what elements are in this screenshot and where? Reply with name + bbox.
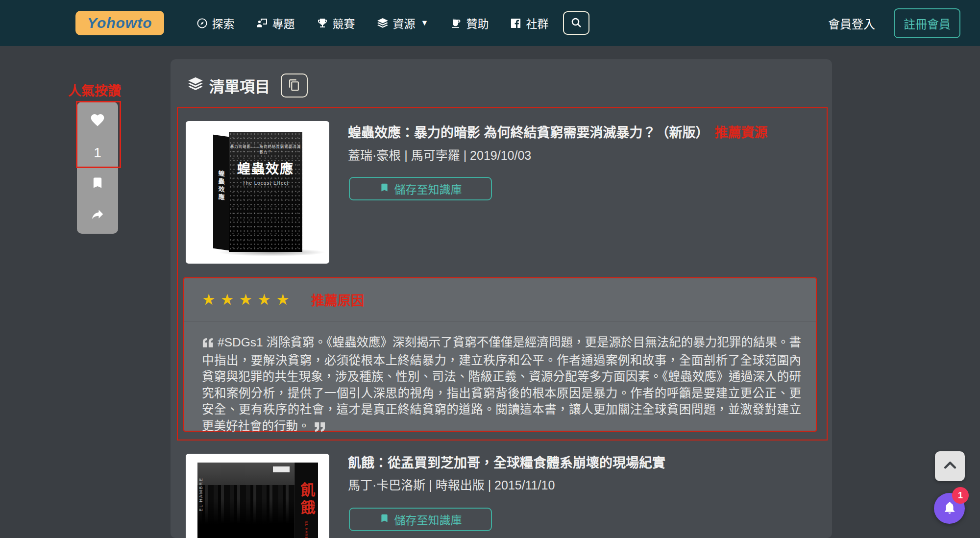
- register-button[interactable]: 註冊會員: [894, 8, 960, 38]
- compass-icon: [196, 18, 208, 29]
- item-meta: 蓋瑞·豪根 | 馬可孛羅 | 2019/10/03: [348, 146, 531, 163]
- save-to-knowledge-button[interactable]: 儲存至知識庫: [349, 508, 492, 531]
- item-meta: 馬丁·卡巴洛斯 | 時報出版 | 2015/11/10: [348, 475, 555, 493]
- item-title: 蝗蟲效應：暴力的暗影 為何終結貧窮需要消滅暴力？（新版）推薦資源: [348, 122, 768, 141]
- navbar-right: 會員登入 註冊會員: [828, 8, 960, 38]
- layers-icon: [377, 17, 389, 29]
- popular-likes-heading: 人氣按讚: [68, 80, 121, 99]
- facebook-icon: [510, 18, 521, 29]
- nav-item-label: 社群: [526, 15, 548, 31]
- nav-item-label: 資源: [393, 15, 416, 31]
- nav-item-label: 競賽: [333, 15, 355, 31]
- bookmark-button[interactable]: [77, 176, 118, 192]
- notification-badge: 1: [952, 487, 969, 504]
- person-board-icon: [256, 17, 268, 29]
- nav-item-explore[interactable]: 探索: [196, 15, 235, 31]
- nav-item-community[interactable]: 社群: [510, 15, 548, 31]
- nav-item-label: 探索: [212, 15, 235, 31]
- logo[interactable]: Yohowto: [75, 11, 164, 35]
- notification-button[interactable]: 1: [934, 493, 965, 524]
- cover-title: 蝗蟲效應: [229, 158, 302, 177]
- book-cover-art: 蝗蟲效應 暴力的暗影——為何終結貧窮需要消滅暴力？ 蝗蟲效應 The Locus…: [213, 132, 302, 253]
- cover-subtitle: The Locust Effect: [229, 180, 302, 186]
- scroll-to-top-button[interactable]: [935, 451, 965, 481]
- social-widget: 1: [77, 102, 118, 234]
- login-link[interactable]: 會員登入: [828, 15, 875, 32]
- cover-tagline: 暴力的暗影——為何終結貧窮需要消滅暴力？: [229, 144, 302, 154]
- search-button[interactable]: [563, 11, 589, 35]
- bell-icon: [942, 500, 957, 516]
- cover-title: 飢餓: [296, 482, 318, 517]
- nav-item-label: 專題: [272, 15, 295, 31]
- nav-item-topics[interactable]: 專題: [256, 15, 295, 31]
- chevron-up-icon: [942, 457, 958, 475]
- copy-icon: [288, 79, 300, 93]
- nav-item-label: 贊助: [466, 15, 489, 31]
- cover-edge-text: EL HAMBRE: [198, 477, 203, 512]
- navbar: Yohowto 探索 專題 競賽 資源 ▼: [0, 0, 980, 46]
- search-icon: [570, 17, 582, 30]
- nav-menu: 探索 專題 競賽 資源 ▼ 贊助: [196, 15, 549, 31]
- city-skyline-art: [197, 485, 294, 538]
- panel-title-text: 清單項目: [209, 74, 270, 97]
- trophy-icon: [317, 17, 328, 29]
- nav-item-resources[interactable]: 資源 ▼: [377, 15, 429, 31]
- recommended-badge: 推薦資源: [715, 125, 768, 140]
- recommendation-card: ★★★★★ 推薦原因 #SDGs1 消除貧窮。《蝗蟲效應》深刻揭示了貧窮不僅僅是…: [183, 277, 817, 432]
- panel-header: 清單項目: [188, 73, 308, 98]
- bookmark-icon: [91, 176, 104, 192]
- save-to-knowledge-button[interactable]: 儲存至知識庫: [349, 177, 492, 200]
- coffee-icon: [450, 17, 462, 29]
- cover-subtitle: EL HAMBRE: [305, 521, 308, 538]
- like-count: 1: [94, 145, 101, 161]
- like-button[interactable]: [77, 112, 118, 130]
- quote-close-icon: [314, 419, 326, 436]
- heart-icon: [90, 112, 105, 130]
- share-button[interactable]: [77, 207, 118, 223]
- item-title: 飢餓：從孟買到芝加哥，全球糧食體系崩壞的現場紀實: [348, 452, 665, 471]
- book-cover[interactable]: EL HAMBRE 從孟買到芝加哥，全球糧食體系崩壞的現場紀實 飢餓 EL HA…: [186, 454, 329, 538]
- copy-list-button[interactable]: [281, 73, 308, 98]
- layers-icon: [188, 76, 203, 96]
- book-cover[interactable]: 蝗蟲效應 暴力的暗影——為何終結貧窮需要消滅暴力？ 蝗蟲效應 The Locus…: [186, 121, 329, 264]
- book-cover-art: EL HAMBRE 從孟買到芝加哥，全球糧食體系崩壞的現場紀實 飢餓 EL HA…: [197, 463, 318, 538]
- nav-item-contests[interactable]: 競賽: [317, 15, 355, 31]
- recommendation-heading: 推薦原因: [311, 290, 364, 309]
- bookmark-icon: [379, 513, 390, 526]
- panel-title: 清單項目: [188, 74, 270, 97]
- star-rating: ★★★★★: [202, 292, 294, 307]
- nav-item-sponsor[interactable]: 贊助: [450, 15, 489, 31]
- cover-spine-title: 蝗蟲效應: [217, 170, 226, 250]
- recommendation-quote: #SDGs1 消除貧窮。《蝗蟲效應》深刻揭示了貧窮不僅僅是經濟問題，更是源於目無…: [184, 321, 816, 436]
- recommendation-header: ★★★★★ 推薦原因: [184, 278, 816, 321]
- quote-open-icon: [202, 336, 214, 352]
- bookmark-icon: [379, 182, 390, 196]
- share-icon: [90, 207, 105, 223]
- chevron-down-icon: ▼: [421, 19, 429, 27]
